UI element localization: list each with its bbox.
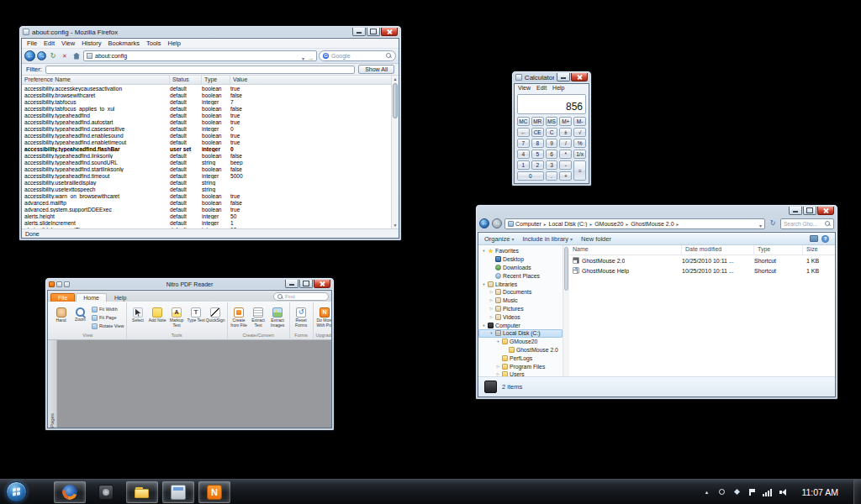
organize-button[interactable]: Organize	[484, 235, 514, 243]
column-header-status[interactable]: Status	[170, 76, 202, 84]
nav-item[interactable]: ▾ GMouse20	[478, 338, 563, 346]
back-button[interactable]	[24, 50, 35, 61]
nav-item[interactable]: ▾ Libraries	[478, 280, 563, 288]
column-header-value[interactable]: Value	[230, 76, 391, 84]
ribbon-tab[interactable]: File	[50, 293, 75, 302]
change-view-icon[interactable]	[810, 235, 818, 242]
pref-row[interactable]: accessibility.typeaheadfind.flashBar use…	[22, 145, 391, 152]
nav-item[interactable]: ▷ Users	[478, 370, 563, 376]
show-hidden-icons-button[interactable]	[702, 488, 710, 496]
url-bar[interactable]: about:config	[83, 50, 317, 61]
expander-arrow-icon[interactable]: ▷	[489, 290, 494, 294]
file-row[interactable]: GhostMouse 2.0 10/25/2010 10:11 ... Shor…	[569, 255, 835, 265]
pref-row[interactable]: accessibility.typeaheadfind.autostart de…	[22, 118, 391, 125]
ribbon-tab[interactable]: Home	[76, 293, 107, 302]
column-header-date-modified[interactable]: Date modified	[682, 245, 754, 255]
ribbon-button[interactable]: Zoom	[71, 307, 90, 328]
expander-arrow-icon[interactable]: ▷	[489, 298, 494, 302]
minimize-button[interactable]	[789, 207, 802, 215]
pages-panel-tab[interactable]: Pages	[48, 340, 57, 428]
url-dropdown-icon[interactable]	[302, 49, 304, 64]
start-button[interactable]	[6, 481, 27, 502]
pref-row[interactable]: accessibility.typeaheadfind.enabletimeou…	[22, 139, 391, 145]
close-button[interactable]	[571, 73, 588, 81]
taskbar-nitro-button[interactable]	[198, 481, 230, 503]
close-button[interactable]	[381, 28, 398, 36]
ribbon-tab[interactable]: Help	[108, 294, 133, 302]
breadcrumb-segment[interactable]: Local Disk (C:)	[549, 221, 595, 227]
go-button[interactable]	[307, 49, 314, 64]
search-engine-icon[interactable]	[323, 53, 329, 59]
nav-item[interactable]: Recent Places	[478, 271, 563, 280]
pref-row[interactable]: accessibility.typeaheadfind.casesensitiv…	[22, 125, 391, 132]
pref-row[interactable]: accessibility.typeaheadfind.timeout defa…	[22, 172, 391, 179]
calc-key[interactable]: 6	[546, 150, 558, 159]
nav-item[interactable]: ▾ Computer	[478, 321, 563, 329]
menu-item[interactable]: Edit	[536, 85, 547, 92]
expander-arrow-icon[interactable]: ▾	[482, 323, 486, 328]
menu-item[interactable]: Edit	[40, 39, 58, 47]
pref-row[interactable]: accessibility.typeaheadfind default bool…	[22, 112, 391, 118]
breadcrumb-segment[interactable]: GhostMouse 2.0	[631, 221, 681, 227]
ribbon-button[interactable]: Add Note	[148, 307, 167, 328]
home-button[interactable]	[71, 51, 82, 61]
pref-row[interactable]: alerts.slideIncrement default integer 1	[22, 219, 391, 226]
nav-item[interactable]: ▾ Local Disk (C:)	[478, 329, 563, 338]
nav-item[interactable]: ▷ Documents	[478, 288, 563, 297]
pref-row[interactable]: advanced.mailftp default boolean false	[22, 199, 391, 206]
column-header-size[interactable]: Size	[803, 245, 835, 255]
calc-key[interactable]: -	[559, 160, 572, 170]
expander-arrow-icon[interactable]: ▾	[496, 339, 500, 344]
volume-icon[interactable]	[779, 488, 788, 496]
expander-arrow-icon[interactable]: ▾	[482, 282, 486, 286]
ribbon-small-button[interactable]: Rotate View	[92, 323, 124, 330]
explorer-search-box[interactable]: Search Gho...	[780, 218, 834, 229]
pref-row[interactable]: accessibility.typeaheadfind.startlinkson…	[22, 165, 391, 172]
column-header-name[interactable]: Name	[569, 245, 682, 255]
nav-item[interactable]: ▷ Videos	[478, 312, 563, 321]
nav-item[interactable]: PerfLogs	[478, 354, 563, 362]
bluetooth-icon[interactable]	[732, 488, 741, 496]
ribbon-button[interactable]: Create from File	[230, 307, 249, 328]
taskbar-firefox-button[interactable]	[54, 481, 86, 503]
status-circle-icon[interactable]	[717, 488, 726, 496]
pref-row[interactable]: accessibility.typeaheadfind.linksonly de…	[22, 152, 391, 159]
calc-key[interactable]: 1/x	[573, 150, 586, 159]
minimize-button[interactable]	[557, 73, 570, 81]
refresh-button[interactable]	[768, 218, 778, 228]
calc-key[interactable]: MC	[517, 117, 530, 126]
ribbon-button[interactable]: Extract Text	[249, 307, 268, 328]
scroll-down-arrow[interactable]: ▼	[392, 222, 399, 228]
menu-item[interactable]: Bookmarks	[105, 39, 144, 47]
calc-key[interactable]: MR	[531, 117, 544, 126]
pref-row[interactable]: accessibility.tabfocus_applies_to_xul de…	[22, 105, 391, 112]
menu-item[interactable]: History	[78, 39, 104, 47]
file-row[interactable]: GhostMouse Help 10/25/2010 10:11 ... Sho…	[569, 265, 835, 276]
breadcrumb-segment[interactable]: Computer	[515, 221, 549, 227]
reload-button[interactable]	[48, 51, 58, 61]
new-folder-button[interactable]: New folder	[581, 235, 611, 243]
maximize-button[interactable]	[803, 207, 816, 215]
nav-item[interactable]: Desktop	[478, 255, 563, 264]
taskbar-calculator-button[interactable]	[162, 481, 194, 503]
pref-row[interactable]: accessibility.typeaheadfind.enablesound …	[22, 132, 391, 139]
calc-key[interactable]: 4	[517, 150, 530, 159]
nitro-titlebar[interactable]: Nitro PDF Reader	[45, 278, 334, 290]
menu-item[interactable]: View	[58, 39, 78, 47]
calculator-titlebar[interactable]: Calculator	[512, 71, 591, 83]
taskbar-ghostmouse-button[interactable]	[90, 481, 122, 503]
calc-key[interactable]: ±	[559, 128, 572, 137]
address-dropdown-icon[interactable]	[759, 218, 762, 229]
nav-item[interactable]: ▷ Music	[478, 297, 563, 305]
find-placeholder[interactable]: Find	[285, 294, 295, 299]
nav-item[interactable]: ▷ Pictures	[478, 305, 563, 313]
ribbon-button[interactable]: Extract Images	[268, 307, 288, 328]
calc-key[interactable]: 9	[546, 139, 558, 148]
calc-key[interactable]: 7	[517, 139, 530, 148]
calc-key[interactable]: CE	[531, 128, 544, 137]
expander-arrow-icon[interactable]: ▷	[489, 315, 494, 319]
ribbon-button[interactable]: QuickSign	[206, 307, 225, 328]
search-icon[interactable]	[386, 53, 392, 59]
scrollbar-thumb[interactable]	[393, 83, 398, 118]
help-icon[interactable]	[821, 235, 829, 243]
